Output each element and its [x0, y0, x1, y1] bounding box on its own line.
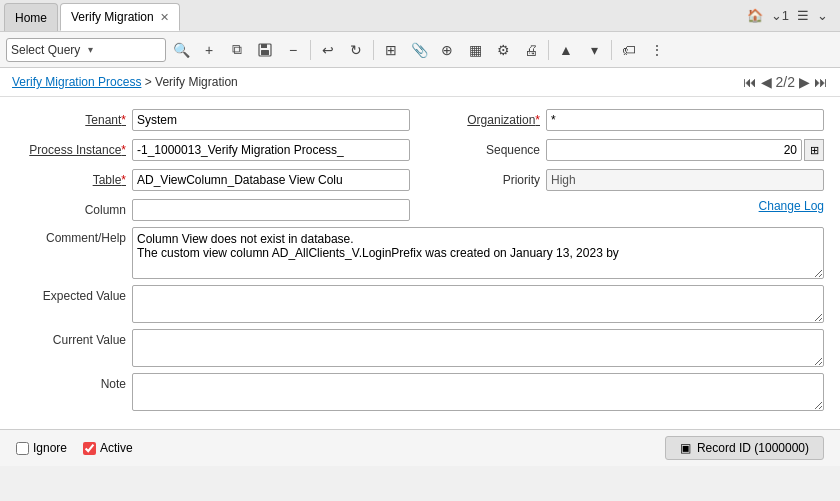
record-id-label: Record ID (1000000) — [697, 441, 809, 455]
process-instance-input[interactable] — [132, 139, 410, 161]
delete-button[interactable]: − — [280, 37, 306, 63]
save-button[interactable] — [252, 37, 278, 63]
add-button[interactable]: + — [196, 37, 222, 63]
table-label[interactable]: Table* — [16, 169, 126, 187]
page-info: 2/2 — [776, 74, 795, 90]
title-bar-controls: 🏠 ⌄1 ☰ ⌄ — [747, 8, 836, 23]
column-input[interactable] — [132, 199, 410, 221]
dropdown-button[interactable]: ▾ — [581, 37, 607, 63]
settings-button[interactable]: ⚙ — [490, 37, 516, 63]
separator-1 — [310, 40, 311, 60]
undo-button[interactable]: ↩ — [315, 37, 341, 63]
tenant-input[interactable] — [132, 109, 410, 131]
tenant-row: Tenant* — [16, 109, 410, 131]
priority-input[interactable] — [546, 169, 824, 191]
form-grid: Tenant* Organization* Process Instance* … — [16, 109, 824, 221]
svg-rect-2 — [261, 50, 269, 55]
change-log-row: Change Log — [430, 199, 824, 221]
expected-value-row: Expected Value — [16, 285, 824, 323]
tag-button[interactable]: 🏷 — [616, 37, 642, 63]
ignore-label[interactable]: Ignore — [33, 441, 67, 455]
svg-rect-1 — [261, 44, 267, 48]
home-icon[interactable]: 🏠 — [747, 8, 763, 23]
ignore-checkbox[interactable] — [16, 442, 29, 455]
process-instance-row: Process Instance* — [16, 139, 410, 161]
separator-3 — [548, 40, 549, 60]
breadcrumb: Verify Migration Process > Verify Migrat… — [0, 68, 840, 97]
tab-close-icon[interactable]: ✕ — [160, 11, 169, 24]
hamburger-icon[interactable]: ☰ — [797, 8, 809, 23]
search-button[interactable]: 🔍 — [168, 37, 194, 63]
dropdown-arrow-icon: ▾ — [88, 44, 161, 55]
tab-list: Home Verify Migration ✕ — [4, 0, 180, 31]
sequence-input-group: ⊞ — [546, 139, 824, 161]
current-value-textarea[interactable] — [132, 329, 824, 367]
form-area: Tenant* Organization* Process Instance* … — [0, 97, 840, 429]
note-row: Note — [16, 373, 824, 411]
tenant-label[interactable]: Tenant* — [16, 109, 126, 127]
more-button[interactable]: ⋮ — [644, 37, 670, 63]
sequence-label: Sequence — [430, 139, 540, 157]
record-id-icon: ▣ — [680, 441, 691, 455]
breadcrumb-navigation: ⏮ ◀ 2/2 ▶ ⏭ — [743, 74, 828, 90]
tab-home[interactable]: Home — [4, 3, 58, 31]
chart-button[interactable]: ▦ — [462, 37, 488, 63]
priority-label: Priority — [430, 169, 540, 187]
grid-button[interactable]: ⊞ — [378, 37, 404, 63]
comment-row: Comment/Help Column View does not exist … — [16, 227, 824, 279]
current-value-label: Current Value — [16, 329, 126, 347]
separator-2 — [373, 40, 374, 60]
active-checkbox[interactable] — [83, 442, 96, 455]
separator-4 — [611, 40, 612, 60]
sequence-row: Sequence ⊞ — [430, 139, 824, 161]
column-label: Column — [16, 199, 126, 217]
refresh-button[interactable]: ↻ — [343, 37, 369, 63]
comment-label: Comment/Help — [16, 227, 126, 245]
prev-page-button[interactable]: ◀ — [761, 74, 772, 90]
print-button[interactable]: 🖨 — [518, 37, 544, 63]
title-bar: Home Verify Migration ✕ 🏠 ⌄1 ☰ ⌄ — [0, 0, 840, 32]
tab-home-label: Home — [15, 11, 47, 25]
comment-textarea[interactable]: Column View does not exist in database. … — [132, 227, 824, 279]
ignore-checkbox-row: Ignore — [16, 441, 67, 455]
footer: Ignore Active ▣ Record ID (1000000) — [0, 429, 840, 466]
organization-label[interactable]: Organization* — [430, 109, 540, 127]
sequence-input[interactable] — [546, 139, 802, 161]
change-log-label — [430, 199, 540, 203]
priority-row: Priority — [430, 169, 824, 191]
select-query-label: Select Query — [11, 43, 84, 57]
tab-verify-migration-label: Verify Migration — [71, 10, 154, 24]
note-label: Note — [16, 373, 126, 391]
v1-label[interactable]: ⌄1 — [771, 8, 789, 23]
tab-verify-migration[interactable]: Verify Migration ✕ — [60, 3, 180, 31]
copy-button[interactable]: ⧉ — [224, 37, 250, 63]
up-button[interactable]: ▲ — [553, 37, 579, 63]
first-page-button[interactable]: ⏮ — [743, 74, 757, 90]
breadcrumb-path: Verify Migration Process > Verify Migrat… — [12, 75, 238, 89]
record-id-button[interactable]: ▣ Record ID (1000000) — [665, 436, 824, 460]
toolbar: Select Query ▾ 🔍 + ⧉ − ↩ ↻ ⊞ 📎 ⊕ ▦ ⚙ 🖨 ▲… — [0, 32, 840, 68]
breadcrumb-separator: > — [145, 75, 152, 89]
expected-value-label: Expected Value — [16, 285, 126, 303]
process-instance-label[interactable]: Process Instance* — [16, 139, 126, 157]
change-log-link[interactable]: Change Log — [759, 199, 824, 213]
breadcrumb-parent-link[interactable]: Verify Migration Process — [12, 75, 141, 89]
zoom-button[interactable]: ⊕ — [434, 37, 460, 63]
attach-button[interactable]: 📎 — [406, 37, 432, 63]
select-query-dropdown[interactable]: Select Query ▾ — [6, 38, 166, 62]
organization-row: Organization* — [430, 109, 824, 131]
chevron-down-icon[interactable]: ⌄ — [817, 8, 828, 23]
current-value-row: Current Value — [16, 329, 824, 367]
sequence-grid-button[interactable]: ⊞ — [804, 139, 824, 161]
table-input[interactable] — [132, 169, 410, 191]
next-page-button[interactable]: ▶ — [799, 74, 810, 90]
column-row: Column — [16, 199, 410, 221]
active-label[interactable]: Active — [100, 441, 133, 455]
note-textarea[interactable] — [132, 373, 824, 411]
table-row: Table* — [16, 169, 410, 191]
last-page-button[interactable]: ⏭ — [814, 74, 828, 90]
active-checkbox-row: Active — [83, 441, 133, 455]
breadcrumb-current: Verify Migration — [155, 75, 238, 89]
organization-input[interactable] — [546, 109, 824, 131]
expected-value-textarea[interactable] — [132, 285, 824, 323]
